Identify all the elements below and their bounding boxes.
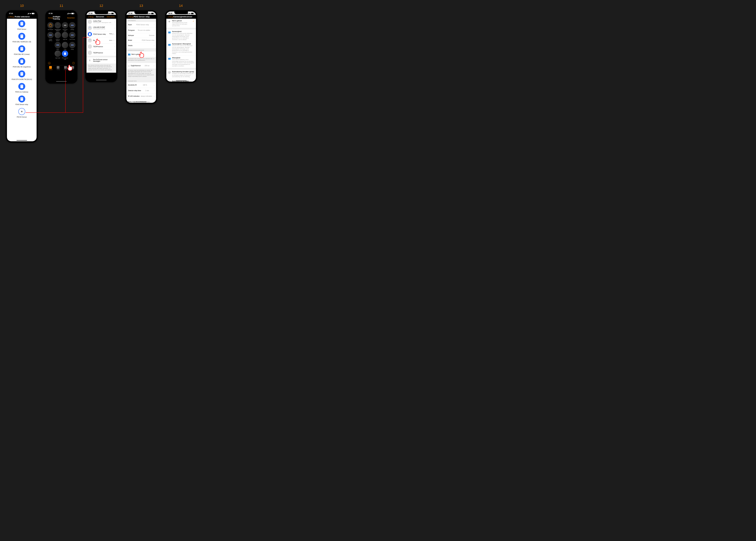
lamp-label: Ceilings — [70, 29, 74, 30]
add-enocean-row[interactable]: i Een EnOcean-sensor toevoegen — [86, 57, 116, 64]
profile-item[interactable]: PD43 DALI BC (Linear) — [7, 45, 37, 55]
profile-item[interactable]: PD43 Sensor relay — [7, 96, 37, 105]
option-title: Aanwezigheid / Afwezigheid — [172, 43, 194, 45]
lamp-item[interactable]: Alle lampen — [47, 22, 54, 31]
people-icon: 👥 — [128, 53, 130, 55]
lamp-item[interactable]: Carpet lighting — [47, 32, 54, 41]
disable-icon: ⊘ — [168, 20, 170, 23]
lamp-label: Groep — [71, 49, 74, 50]
lamp-label: Pure move| — [70, 39, 75, 40]
profile-label: PDC43 Sensor — [17, 116, 27, 118]
row-pictogram[interactable]: PictogramTik om in te stellen — [126, 28, 156, 33]
tab-lampen[interactable]: Lampen — [49, 66, 52, 70]
sensor-row[interactable]: motion PaulAanwezigheid / Afwezigheid: k… — [86, 19, 116, 25]
lamp-item[interactable]: Ceilings — [69, 22, 76, 31]
back-button[interactable]: Terug — [88, 16, 93, 18]
option-row[interactable]: ⊘ Niet in gebruikAanwezigheidssensor wor… — [166, 19, 196, 28]
sensor-name: motion Paul — [93, 20, 114, 22]
info-icon: i — [88, 58, 92, 63]
lamp-item[interactable]: PD43 Sensor relay — [62, 51, 68, 60]
profile-label: PD43 Sensor relay — [15, 104, 28, 105]
status-bar: 07:36 — [86, 11, 116, 15]
lamp-item[interactable]: Trinty — [62, 42, 68, 50]
back-button[interactable]: Terug — [8, 16, 14, 18]
row-led[interactable]: IR LED indicationalways indication — [126, 94, 156, 99]
sensor-row[interactable]: PD43 Sensor relay179 lux — [86, 31, 116, 37]
signal-icon — [187, 13, 188, 14]
profile-item[interactable]: PD43 DALI 4xDIM [G0..G3] — [7, 33, 37, 43]
sensor-row[interactable]: TED/Presence — [86, 44, 116, 50]
svg-rect-8 — [21, 47, 23, 49]
step-label-14: 14 — [176, 4, 185, 8]
clock: 07:36 — [129, 13, 132, 14]
sensor-name: LIGA.AIR.SV.BAT — [93, 26, 114, 28]
option-row[interactable]: 👥 AanwezigheidActiveert een scène na het… — [166, 29, 196, 42]
help-text: Een nieuwe EnOcean-sensor kan aan het ne… — [86, 64, 116, 73]
back-button[interactable]: Terug — [168, 16, 173, 18]
row-sensitivity[interactable]: Sensitivity IR100 % — [126, 82, 156, 88]
profile-item[interactable]: PD43 DALI BC (logaritmic) — [7, 58, 37, 68]
option-row[interactable]: a Automatisering hervattenVerwijdert de … — [166, 79, 196, 83]
option-title: Aanwezigheid — [172, 31, 194, 32]
sensor-icon — [18, 45, 25, 52]
status-bar: 07:36 — [47, 11, 76, 15]
sensor-row[interactable]: TED/Presence — [86, 50, 116, 56]
clock: 06:56 — [168, 13, 172, 14]
clock: 07:36 — [89, 13, 93, 14]
lamp-icon — [55, 32, 61, 38]
section-header: AANWEZIGHEIDSSENSOR — [126, 48, 156, 52]
row-timer[interactable]: Detector relay timer1 min — [126, 88, 156, 94]
lamp-item[interactable]: signs left — [62, 32, 68, 41]
sensor-icon — [18, 33, 25, 40]
wifi-icon — [149, 13, 151, 14]
lamp-item[interactable]: Pure move| — [69, 32, 76, 41]
lamp-label: PD43 Sensor relay — [62, 57, 68, 60]
lamp-item[interactable]: LDM Kyno spots — [62, 22, 68, 31]
row-daylight[interactable]: Daglichtsensor195 lux — [126, 63, 156, 69]
lamp-item[interactable]: Groep — [69, 42, 76, 50]
option-row[interactable]: 👥 AfwezigheidGeen directe bediening; zal… — [166, 56, 196, 68]
people-icon: 👥 — [168, 31, 171, 33]
option-desc: Aanwezigheidssensor wordt uitgeschakeld … — [172, 22, 191, 27]
row-name[interactable]: NaamPD43 Sensor relay — [126, 22, 156, 28]
option-desc: Verwijdert de handmatige bediening van d… — [172, 82, 194, 83]
sensor-row[interactable]: ⌃Re — [86, 37, 116, 44]
option-row[interactable]: a Automatisering hervatten (groep)Verwij… — [166, 70, 196, 79]
lamp-icon — [62, 51, 68, 57]
help-badge[interactable]: ? — [72, 62, 75, 64]
page-title: PD43 Sensor relay — [134, 16, 150, 18]
sensor-icon — [18, 83, 25, 90]
row-details[interactable]: Details — [126, 43, 156, 48]
tab-galerij[interactable]: Galerij — [57, 66, 60, 70]
lamp-label: Carpet lighting — [47, 39, 54, 41]
lamp-item[interactable]: signs right — [54, 51, 61, 60]
sensor-icon — [88, 44, 92, 49]
lamp-item[interactable]: MOS — [54, 42, 61, 50]
sensor-row[interactable]: ⌃LIGA.AIR.SV.BATAanwezigheid: [00:02] — [86, 25, 116, 31]
profile-item[interactable]: PDC43 Sensor — [7, 108, 37, 118]
lamp-item[interactable]: Check In Sphere — [54, 32, 61, 41]
edit-button[interactable]: Bewerken — [67, 17, 75, 19]
row-relay[interactable]: Relay outputRelay as lamp — [126, 99, 156, 104]
lamp-label: signs left — [63, 39, 67, 40]
profile-label: PD43 DALI BC (Linear) — [14, 54, 30, 55]
back-button[interactable]: Terug — [128, 16, 133, 18]
lamp-item[interactable]: ⌒Nabijgelegen lampen — [54, 22, 61, 31]
a-badge[interactable]: a — [48, 62, 51, 64]
people-icon: 👥 — [168, 57, 171, 60]
section-header: INFORMATIE — [126, 19, 156, 22]
select-button[interactable]: Selecteren — [107, 16, 115, 18]
svg-rect-23 — [64, 53, 66, 54]
group-button[interactable]: Groep — [48, 17, 53, 19]
profile-label: PD43 DALI BC (logaritmic) — [13, 66, 31, 68]
profile-item[interactable]: PD43 Sensor — [7, 20, 37, 30]
lamp-icon — [62, 42, 68, 48]
phone-10: 07:03 Terug Profiel selecteren PD43 Sens… — [6, 10, 38, 143]
profile-item[interactable]: PD43 evo Gateway — [7, 83, 37, 93]
option-row[interactable]: 👥 Aanwezigheid / AfwezigheidActiveert ee… — [166, 42, 196, 56]
sensor-name: PD43 Sensor relay — [93, 33, 109, 35]
lamp-icon — [47, 22, 54, 28]
profile-item[interactable]: PD43 DT8 2xDIM,TW [G0,G1] — [7, 70, 37, 80]
clock: 07:03 — [9, 13, 13, 14]
lamp-icon — [69, 42, 75, 48]
